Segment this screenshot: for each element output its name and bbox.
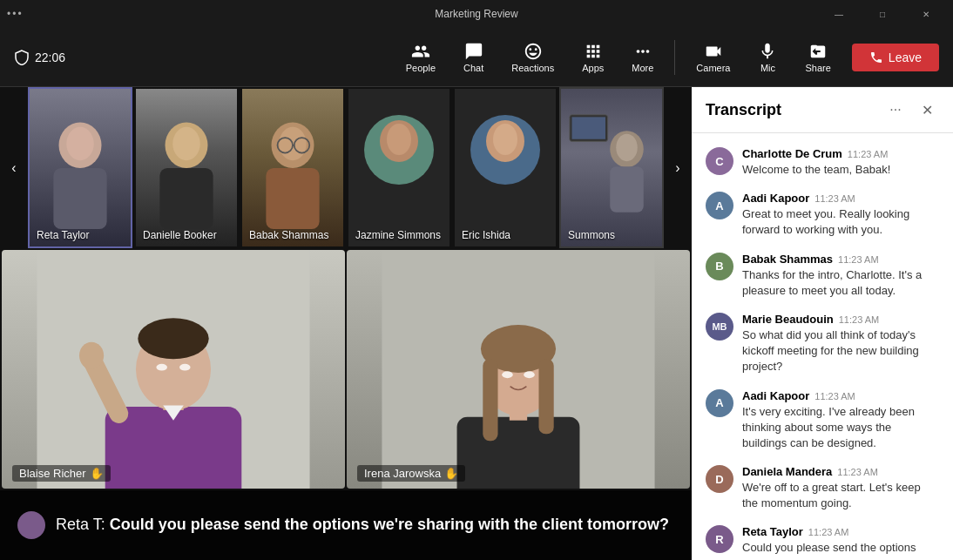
message-header: Aadi Kapoor 11:23 AM xyxy=(742,192,939,205)
message-avatar: A xyxy=(706,192,733,219)
more-icon xyxy=(633,42,652,61)
thumbnail-jazmine[interactable]: Jazmine Simmons xyxy=(347,87,451,248)
mic-button[interactable]: Mic xyxy=(747,37,787,78)
irena-figure xyxy=(347,250,690,489)
message-content: Daniela Mandera 11:23 AM We're off to a … xyxy=(742,465,939,511)
svg-point-27 xyxy=(156,364,167,371)
message-text: Could you please send the options we're … xyxy=(742,540,939,560)
maximize-button[interactable]: □ xyxy=(862,0,902,28)
message-content: Marie Beaudouin 11:23 AM So what did you… xyxy=(742,313,939,375)
minimize-button[interactable]: — xyxy=(819,0,859,28)
next-arrow[interactable]: › xyxy=(664,87,692,248)
people-icon xyxy=(411,42,430,61)
reactions-icon xyxy=(524,42,543,61)
svg-rect-38 xyxy=(483,359,497,441)
message-time: 11:23 AM xyxy=(837,467,877,477)
svg-point-15 xyxy=(493,124,517,155)
thumbnail-eric[interactable]: Eric Ishida xyxy=(453,87,558,248)
blaise-name-tag: Blaise Richer ✋ xyxy=(12,465,111,482)
message-avatar: A xyxy=(706,389,733,417)
eric-label: Eric Ishida xyxy=(462,229,510,241)
hand-raise-icon-blaise: ✋ xyxy=(90,467,104,480)
transcript-message: A Aadi Kapoor 11:23 AM Great to meet you… xyxy=(692,185,953,245)
blaise-name: Blaise Richer xyxy=(19,467,86,480)
prev-arrow[interactable]: ‹ xyxy=(0,87,28,248)
camera-icon xyxy=(704,42,723,61)
message-text: Great to meet you. Really looking forwar… xyxy=(742,206,939,238)
jazmine-avatar xyxy=(348,89,449,246)
jazmine-face xyxy=(364,115,434,185)
thumbnail-babak[interactable]: Babak Shammas xyxy=(240,87,345,248)
message-sender: Daniela Mandera xyxy=(742,465,832,478)
transcript-close-button[interactable]: ✕ xyxy=(915,98,939,122)
message-time: 11:23 AM xyxy=(814,391,855,401)
message-text: So what did you all think of today's kic… xyxy=(742,327,939,375)
svg-point-40 xyxy=(502,371,513,378)
title-bar: ••• Marketing Review — □ ✕ xyxy=(0,0,953,28)
transcript-message: C Charlotte De Crum 11:23 AM Welcome to … xyxy=(692,140,953,185)
irena-name: Irena Jarowska xyxy=(364,467,441,480)
svg-point-20 xyxy=(616,133,638,161)
reactions-label: Reactions xyxy=(511,63,554,73)
message-avatar: C xyxy=(706,147,733,175)
message-text: We're off to a great start. Let's keep t… xyxy=(742,480,939,511)
blaise-figure xyxy=(2,250,345,489)
share-button[interactable]: Share xyxy=(794,37,841,78)
summons-silhouette xyxy=(561,107,662,229)
close-button[interactable]: ✕ xyxy=(906,0,946,28)
caption-content: Reta T: Could you please send the option… xyxy=(56,514,669,536)
message-sender: Aadi Kapoor xyxy=(742,192,809,205)
camera-button[interactable]: Camera xyxy=(686,37,740,78)
irena-name-tag: Irena Jarowska ✋ xyxy=(357,465,465,482)
babak-label: Babak Shammas xyxy=(249,229,328,241)
babak-silhouette xyxy=(242,107,343,229)
mic-label: Mic xyxy=(760,63,775,73)
shield-icon xyxy=(14,50,30,65)
chat-button[interactable]: Chat xyxy=(453,37,494,78)
video-area: ‹ Reta Taylor xyxy=(0,87,692,560)
leave-button[interactable]: Leave xyxy=(852,44,939,71)
svg-rect-39 xyxy=(538,359,553,434)
transcript-more-button[interactable]: ··· xyxy=(883,98,908,122)
apps-button[interactable]: Apps xyxy=(571,37,614,78)
share-icon xyxy=(808,42,828,61)
reactions-button[interactable]: Reactions xyxy=(501,37,564,78)
svg-point-26 xyxy=(138,318,208,359)
svg-point-5 xyxy=(172,126,200,160)
message-sender: Reta Taylor xyxy=(742,525,803,538)
hand-raise-icon-irena: ✋ xyxy=(444,467,458,480)
chat-label: Chat xyxy=(463,63,483,73)
thumbnail-summons[interactable]: Summons xyxy=(559,87,664,248)
message-content: Aadi Kapoor 11:23 AM It's very exciting.… xyxy=(742,389,939,452)
main-videos-container: Blaise Richer ✋ xyxy=(0,248,692,490)
svg-rect-7 xyxy=(266,168,319,229)
reta-label: Reta Taylor xyxy=(37,229,89,241)
transcript-message: R Reta Taylor 11:23 AM Could you please … xyxy=(692,518,953,560)
thumbnail-danielle[interactable]: Danielle Booker xyxy=(134,87,239,248)
transcript-panel: Transcript ··· ✕ C Charlotte De Crum 11:… xyxy=(692,87,953,560)
thumbnail-reta[interactable]: Reta Taylor xyxy=(28,87,132,248)
message-content: Charlotte De Crum 11:23 AM Welcome to th… xyxy=(742,147,939,178)
title-bar-dots: ••• xyxy=(7,8,24,20)
message-content: Aadi Kapoor 11:23 AM Great to meet you. … xyxy=(742,192,939,238)
mic-icon xyxy=(758,42,777,61)
danielle-silhouette xyxy=(136,107,237,229)
caption-bar: Reta T: Could you please send the option… xyxy=(0,490,692,560)
main-content: ‹ Reta Taylor xyxy=(0,87,953,560)
message-header: Marie Beaudouin 11:23 AM xyxy=(742,313,939,326)
caption-speaker-name: Reta T: xyxy=(56,516,105,533)
message-header: Aadi Kapoor 11:23 AM xyxy=(742,389,939,402)
message-sender: Marie Beaudouin xyxy=(742,313,834,326)
transcript-message: B Babak Shammas 11:23 AM Thanks for the … xyxy=(692,246,953,306)
more-button[interactable]: More xyxy=(621,37,664,78)
transcript-header: Transcript ··· ✕ xyxy=(692,87,953,133)
people-button[interactable]: People xyxy=(395,37,446,78)
svg-point-41 xyxy=(524,371,535,378)
title-bar-title: Marketing Review xyxy=(435,8,517,20)
danielle-label: Danielle Booker xyxy=(143,229,217,241)
message-time: 11:23 AM xyxy=(838,254,878,265)
caption-speaker-avatar xyxy=(17,511,45,539)
message-sender: Charlotte De Crum xyxy=(742,147,842,160)
apps-label: Apps xyxy=(582,63,604,73)
message-header: Daniela Mandera 11:23 AM xyxy=(742,465,939,478)
